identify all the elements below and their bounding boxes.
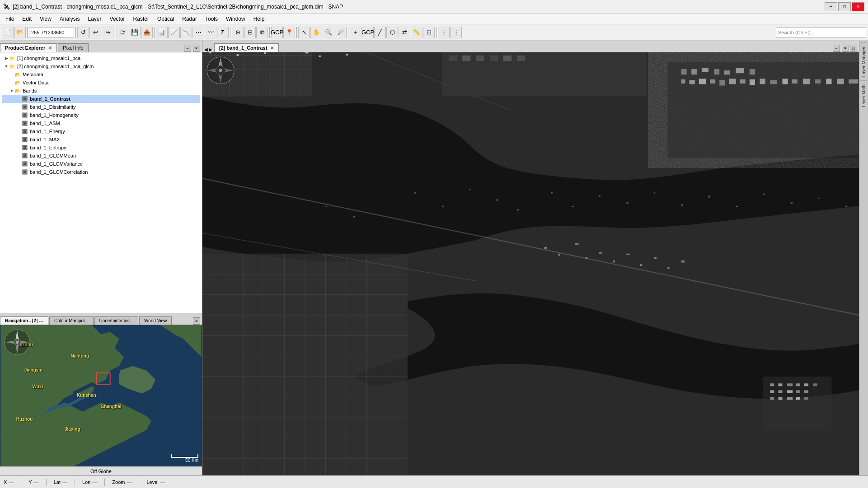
- tree-expand-icon[interactable]: ▼: [4, 64, 9, 69]
- window-controls[interactable]: − □ ✕: [825, 2, 864, 11]
- menu-item-tools[interactable]: Tools: [202, 15, 221, 23]
- tab-colour-manip[interactable]: Colour Manipul...: [49, 316, 94, 325]
- tree-row[interactable]: band_1_Energy: [2, 127, 200, 135]
- menu-item-edit[interactable]: Edit: [19, 15, 35, 23]
- extra2[interactable]: ⋮: [450, 27, 462, 38]
- zoom-in-tool[interactable]: 🔍: [323, 27, 334, 38]
- tree-expand-icon[interactable]: ▼: [9, 88, 14, 93]
- draw-line[interactable]: ╱: [374, 27, 386, 38]
- tree-row[interactable]: band_1_Dissimilarity: [2, 103, 200, 111]
- minimize-button[interactable]: −: [825, 2, 837, 11]
- pin-button[interactable]: 📍: [283, 27, 295, 38]
- menu-item-raster[interactable]: Raster: [130, 15, 153, 23]
- statistics-button[interactable]: Σ: [217, 27, 229, 38]
- tab-uncertainty-vis[interactable]: Uncertainty Vis...: [94, 316, 138, 325]
- tab-world-view[interactable]: World View: [139, 316, 172, 325]
- image-panel-close[interactable]: ✕: [842, 45, 849, 52]
- svg-rect-7: [23, 122, 26, 125]
- collocate-button[interactable]: ⊕: [232, 27, 244, 38]
- measure-tool[interactable]: 📏: [411, 27, 422, 38]
- refresh-button[interactable]: ↺: [77, 27, 89, 38]
- tree-row[interactable]: band_1_MAX: [2, 135, 200, 144]
- svg-rect-85: [640, 264, 643, 266]
- tree-row[interactable]: ▶📁[1] chongming_mosaic1_pca: [2, 54, 200, 62]
- image-panel-maximize[interactable]: □: [850, 45, 857, 52]
- left-panel-minimize[interactable]: −: [184, 45, 191, 52]
- search-input[interactable]: [776, 28, 866, 37]
- menu-item-file[interactable]: File: [2, 15, 18, 23]
- extra1[interactable]: ⋮: [438, 27, 450, 38]
- new-button[interactable]: 📄: [2, 27, 14, 38]
- menu-item-view[interactable]: View: [36, 15, 55, 23]
- tab-product-explorer[interactable]: Product Explorer ✕: [0, 43, 57, 52]
- svg-rect-53: [849, 79, 858, 84]
- chart-button[interactable]: 📊: [156, 27, 168, 38]
- save-button[interactable]: 💾: [129, 27, 141, 38]
- nav-compass[interactable]: [4, 329, 31, 356]
- stack-button[interactable]: ⧉: [256, 27, 268, 38]
- tree-row[interactable]: 📂Metadata: [2, 70, 200, 79]
- draw-poly[interactable]: ⬡: [386, 27, 398, 38]
- spectrum-button[interactable]: 📈: [168, 27, 180, 38]
- zoom-out-tool[interactable]: 🔎: [335, 27, 347, 38]
- tab-pixel-info[interactable]: Pixel Info: [58, 43, 88, 52]
- tab-navigation[interactable]: Navigation - [2] ---: [0, 316, 48, 325]
- redo-button[interactable]: ↪: [102, 27, 113, 38]
- svg-rect-43: [740, 79, 746, 84]
- gcp-button[interactable]: GCP: [271, 27, 283, 38]
- sidebar-layer-manager[interactable]: Layer Manager: [860, 42, 867, 80]
- tree-node-icon: 📂: [14, 88, 21, 94]
- menu-item-layer[interactable]: Layer: [84, 15, 105, 23]
- left-panel-close[interactable]: ✕: [193, 45, 200, 52]
- zoom-extent[interactable]: ⊡: [423, 27, 435, 38]
- sidebar-layer-math[interactable]: Layer Math: [860, 80, 867, 111]
- menu-item-window[interactable]: Window: [222, 15, 249, 23]
- image-tab-close[interactable]: ✕: [270, 46, 274, 51]
- menu-item-help[interactable]: Help: [250, 15, 268, 23]
- open-button[interactable]: 📂: [14, 27, 26, 38]
- menu-item-analysis[interactable]: Analysis: [56, 15, 84, 23]
- pan-tool[interactable]: ✋: [310, 27, 322, 38]
- tree-row[interactable]: band_1_GLCMMean: [2, 152, 200, 160]
- svg-rect-41: [719, 80, 725, 85]
- nav-panel-close[interactable]: ✕: [193, 317, 200, 325]
- export-button[interactable]: 📤: [141, 27, 153, 38]
- image-view[interactable]: [202, 52, 859, 475]
- pin2-button[interactable]: +: [350, 27, 361, 38]
- tree-row[interactable]: band_1_Entropy: [2, 144, 200, 152]
- maximize-button[interactable]: □: [838, 2, 851, 11]
- tab-nav-prev[interactable]: ◀: [204, 47, 208, 52]
- tree-expand-icon[interactable]: ▶: [4, 56, 9, 60]
- tree-row[interactable]: band_1_GLCMCorrelation: [2, 168, 200, 176]
- select-tool[interactable]: ↖: [298, 27, 310, 38]
- product-explorer-close[interactable]: ✕: [48, 46, 52, 51]
- svg-rect-103: [787, 397, 793, 400]
- tree-row[interactable]: band_1_GLCMVariance: [2, 160, 200, 168]
- mosaic-button[interactable]: ⊞: [244, 27, 256, 38]
- close-button[interactable]: ✕: [852, 2, 864, 11]
- tree-row[interactable]: ▼📁[2] chongming_mosaic1_pca_glcm: [2, 62, 200, 70]
- svg-rect-139: [599, 195, 601, 197]
- tree-row[interactable]: ▼📂Bands: [2, 87, 200, 95]
- navigation-map[interactable]: Taizhou Nantong Jiangyin Wuxi Kunshan Sh…: [0, 325, 202, 466]
- search-bar[interactable]: [776, 28, 866, 37]
- nav-sync[interactable]: ⇄: [399, 27, 410, 38]
- tree-row[interactable]: band_1_ASM: [2, 119, 200, 127]
- scatter-button[interactable]: ⋯: [192, 27, 204, 38]
- image-panel-minimize[interactable]: −: [833, 45, 840, 52]
- tab-band-contrast[interactable]: [2] band_1_Contrast ✕: [214, 43, 279, 52]
- scale-line: [171, 454, 198, 458]
- tree-row[interactable]: band_1_Homogeneity: [2, 111, 200, 119]
- tree-row[interactable]: band_1_Contrast: [2, 95, 200, 103]
- open-product-button[interactable]: 🗂: [117, 27, 128, 38]
- image-compass[interactable]: [206, 56, 235, 85]
- undo-button[interactable]: ↩: [89, 27, 101, 38]
- histogram-button[interactable]: 📉: [180, 27, 192, 38]
- tab-nav-next[interactable]: ▶: [209, 47, 212, 52]
- profile-button[interactable]: 〰: [205, 27, 216, 38]
- tree-row[interactable]: 📂Vector Data: [2, 79, 200, 87]
- menu-item-vector[interactable]: Vector: [106, 15, 129, 23]
- gcp2-button[interactable]: GCP: [362, 27, 374, 38]
- menu-item-optical[interactable]: Optical: [154, 15, 178, 23]
- menu-item-radar[interactable]: Radar: [178, 15, 201, 23]
